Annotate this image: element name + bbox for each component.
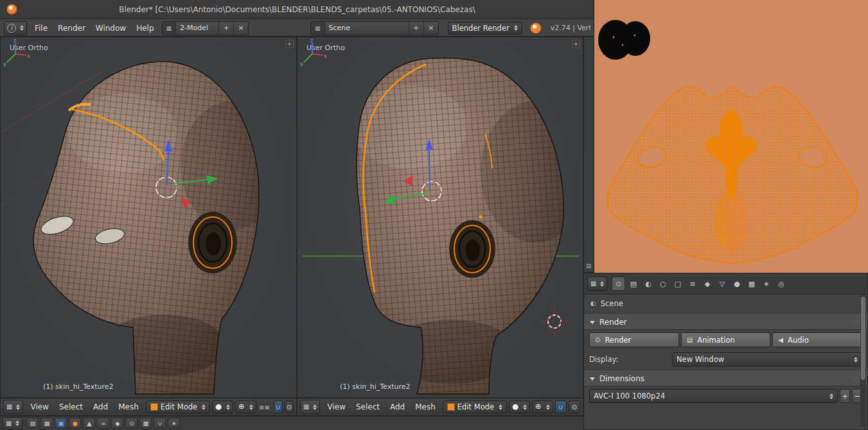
- bottom-editor-type-button[interactable]: ▦: [3, 417, 22, 429]
- browse-scenes-icon[interactable]: ▦: [311, 22, 325, 35]
- svg-text:y: y: [300, 62, 303, 67]
- collapse-triangle-icon: [590, 377, 595, 381]
- split-area-handle[interactable]: +: [572, 40, 580, 48]
- viewport-3d-right[interactable]: User Ortho (1) skin_hi_Texture2 + z y x: [297, 37, 583, 398]
- magnet-icon[interactable]: ∪: [154, 418, 166, 429]
- viewport-3d-left[interactable]: User Ortho (1) skin_hi_Texture2 + z y x: [0, 37, 297, 398]
- plug-icon[interactable]: ∗: [168, 418, 180, 429]
- mode-select[interactable]: Edit Mode: [146, 400, 210, 413]
- viewport-editor-type-button[interactable]: ▦: [300, 400, 320, 414]
- menu-file[interactable]: File: [30, 24, 53, 33]
- add-screen-button[interactable]: +: [219, 22, 234, 35]
- opengl-render-button[interactable]: ⊙: [285, 400, 294, 413]
- panel-toggle-icon[interactable]: ▤: [586, 263, 592, 269]
- shading-sphere-icon: ●: [215, 403, 222, 411]
- menu-mesh[interactable]: Mesh: [113, 402, 144, 411]
- tab-physics-icon[interactable]: ◎: [774, 277, 788, 291]
- tool-icon[interactable]: ◆: [111, 418, 123, 429]
- uv-image-editor-window[interactable]: [594, 0, 868, 273]
- info-editor-icon: i: [7, 24, 16, 33]
- snap-toggle[interactable]: ∪: [555, 400, 567, 413]
- pivot-icon: ⊕: [238, 403, 245, 411]
- pivot-select[interactable]: ⊕: [235, 400, 256, 413]
- menu-render[interactable]: Render: [53, 24, 91, 33]
- tab-render-icon[interactable]: ⊙: [612, 277, 625, 291]
- cone-icon[interactable]: ▲: [83, 418, 95, 429]
- chevron-updown-icon: [15, 420, 19, 426]
- menu-add[interactable]: Add: [88, 402, 113, 411]
- opengl-render-button[interactable]: ⊙: [569, 400, 580, 413]
- properties-tabs: ⊙▤◐○□≡◆▽●▦∗◎: [612, 277, 788, 291]
- close-scene-button[interactable]: ×: [424, 22, 438, 35]
- edit-mode-icon: [447, 403, 455, 411]
- uv-island-eyes[interactable]: [598, 20, 650, 60]
- scene-icon: ◐: [590, 300, 596, 307]
- object-name-label: (1) skin_hi_Texture2: [340, 383, 411, 391]
- mode-select[interactable]: Edit Mode: [443, 400, 507, 413]
- edit-mode-icon: [150, 403, 158, 411]
- viewport-canvas[interactable]: [1, 37, 296, 397]
- viewport-shading-select[interactable]: ●: [212, 400, 233, 413]
- scrollbar-thumb[interactable]: [861, 297, 865, 380]
- render-button[interactable]: ⊙Render: [589, 332, 679, 347]
- menu-view[interactable]: View: [322, 402, 350, 411]
- head-mesh[interactable]: [33, 62, 283, 394]
- properties-editor-type-button[interactable]: ▦: [587, 277, 607, 291]
- head-mesh[interactable]: [352, 58, 583, 394]
- browse-screens-icon[interactable]: ▦: [163, 22, 177, 35]
- outliner-icon[interactable]: ▤: [26, 418, 39, 429]
- menu-help[interactable]: Help: [131, 24, 159, 33]
- screen-icon[interactable]: ▣: [55, 418, 67, 429]
- tab-world-icon[interactable]: ○: [656, 277, 669, 291]
- viewport-editor-type-button[interactable]: ▦: [3, 400, 23, 414]
- viewport-shading-select[interactable]: ●: [509, 400, 530, 413]
- info-editor-type-button[interactable]: i: [4, 21, 27, 35]
- scrollbar[interactable]: [860, 295, 866, 427]
- shading-sphere-icon: ●: [512, 403, 518, 411]
- scene-value[interactable]: Scene: [325, 22, 409, 35]
- add-scene-button[interactable]: +: [409, 22, 424, 35]
- viewport-canvas[interactable]: [297, 37, 583, 397]
- tab-modifiers-icon[interactable]: ◆: [700, 277, 714, 291]
- animation-button[interactable]: ▤Animation: [681, 332, 771, 347]
- checker-icon[interactable]: ▩: [139, 418, 152, 429]
- snap-toggle[interactable]: ∪: [274, 400, 283, 413]
- ear: [188, 212, 237, 273]
- render-panel-header[interactable]: Render ∷∷: [584, 314, 867, 330]
- pivot-select[interactable]: ⊕: [532, 400, 553, 413]
- tab-render-layers-icon[interactable]: ▤: [626, 277, 640, 291]
- render-preset-select[interactable]: AVC-I 100 1080p24: [589, 389, 838, 403]
- tab-object-icon[interactable]: □: [671, 277, 684, 291]
- eye-icon[interactable]: ⊙: [125, 418, 137, 429]
- menu-select[interactable]: Select: [54, 402, 88, 411]
- split-area-handle[interactable]: +: [285, 40, 294, 48]
- tab-scene-icon[interactable]: ◐: [641, 277, 655, 291]
- close-screen-button[interactable]: ×: [234, 22, 248, 35]
- tab-particles-icon[interactable]: ∗: [759, 277, 773, 291]
- tab-data-icon[interactable]: ▽: [715, 277, 729, 291]
- screen-layout-value[interactable]: 2-Model: [176, 22, 219, 35]
- tab-constraints-icon[interactable]: ≡: [686, 277, 699, 291]
- material-sphere-icon[interactable]: ●: [69, 418, 81, 429]
- link-icon[interactable]: ∞: [97, 418, 109, 429]
- menu-add[interactable]: Add: [385, 402, 410, 411]
- window-titlebar: Blender* [C:\Users\Antonio\Documents\BLE…: [0, 0, 594, 19]
- 3d-cursor[interactable]: [540, 307, 569, 336]
- render-engine-select[interactable]: Blender Render: [448, 22, 522, 35]
- menu-select[interactable]: Select: [351, 402, 385, 411]
- menu-view[interactable]: View: [25, 402, 53, 411]
- audio-button[interactable]: ◀Audio: [772, 332, 862, 347]
- engine-value: Blender Render: [452, 24, 509, 33]
- breadcrumb: ◐ Scene: [584, 295, 867, 313]
- tab-material-icon[interactable]: ●: [730, 277, 743, 291]
- dimensions-panel-header[interactable]: Dimensions ∷∷: [584, 371, 867, 386]
- add-preset-button[interactable]: +: [840, 389, 850, 403]
- display-row: Display: New Window: [584, 350, 867, 369]
- layers-widget[interactable]: ▦▦: [258, 404, 272, 410]
- tab-texture-icon[interactable]: ▦: [745, 277, 758, 291]
- uv-canvas[interactable]: [594, 0, 868, 273]
- menu-window[interactable]: Window: [91, 24, 131, 33]
- display-select[interactable]: New Window: [672, 352, 862, 366]
- menu-mesh[interactable]: Mesh: [410, 402, 441, 411]
- image-icon[interactable]: ▦: [40, 418, 53, 429]
